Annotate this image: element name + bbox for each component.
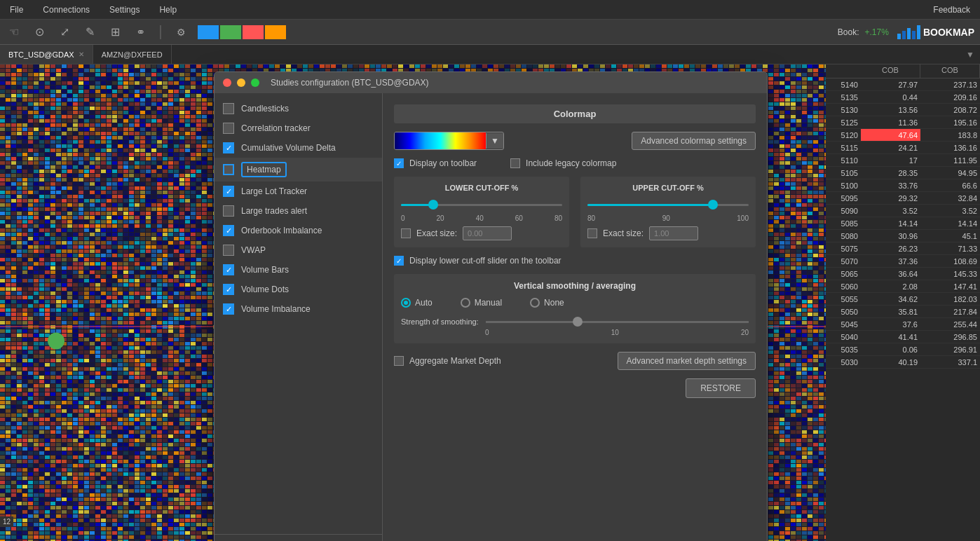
study-item-heatmap[interactable]: Heatmap: [215, 158, 382, 182]
radio-none[interactable]: None: [530, 298, 564, 308]
dialog-maximize-dot[interactable]: [251, 78, 259, 87]
include-legacy-checkbox[interactable]: [510, 158, 520, 168]
study-item-volumeimbalance[interactable]: Volume Imbalance: [215, 299, 382, 319]
include-legacy-row: Include legacy colormap: [510, 158, 616, 168]
studies-items: CandlesticksCorrelation trackerCumulativ…: [215, 99, 382, 534]
menu-settings[interactable]: Settings: [105, 4, 144, 16]
upper-cutoff-labels: 8090100: [587, 214, 749, 222]
study-checkbox-candlesticks[interactable]: [223, 103, 234, 114]
advanced-colormap-button[interactable]: Advanced colormap settings: [632, 132, 756, 150]
study-label-volumeimbalance: Volume Imbalance: [241, 304, 311, 314]
menu-connections[interactable]: Connections: [39, 4, 94, 16]
settings-circle-icon[interactable]: ⚙: [172, 24, 189, 41]
lower-exact-checkbox[interactable]: [401, 228, 411, 238]
aggregate-label: Aggregate Market Depth: [409, 356, 501, 366]
study-label-cumulative: Cumulative Volume Delta: [241, 143, 336, 153]
colormap-row: ▼ Advanced colormap settings: [394, 132, 756, 150]
bookmap-text: BOOKMAP: [923, 27, 974, 38]
study-item-cumulative[interactable]: Cumulative Volume Delta: [215, 138, 382, 158]
colormap-gradient: [395, 132, 486, 149]
upper-exact-input[interactable]: [649, 226, 698, 240]
studies-list: CandlesticksCorrelation trackerCumulativ…: [215, 93, 383, 541]
tag-icon[interactable]: ✎: [81, 24, 98, 41]
config-panel: Colormap ▼ Advanced colormap settings Di…: [383, 93, 767, 541]
dialog-overlay: Studies configuration (BTC_USD@GDAX) Can…: [0, 64, 980, 541]
study-label-heatmap: Heatmap: [241, 162, 287, 177]
link-icon[interactable]: ⚭: [132, 24, 149, 41]
lower-cutoff-slider[interactable]: [401, 198, 562, 212]
study-item-candlesticks[interactable]: Candlesticks: [215, 99, 382, 118]
study-item-orderbook[interactable]: Orderbook Imbalance: [215, 221, 382, 240]
tabs-expand-icon[interactable]: ▼: [960, 47, 980, 62]
tab-amzn-label: AMZN@DXFEED: [102, 50, 163, 59]
share-icon[interactable]: ⤢: [56, 24, 73, 41]
cursor-icon[interactable]: ☜: [6, 24, 22, 41]
clock-icon[interactable]: ⊙: [31, 24, 48, 41]
tab-btc[interactable]: BTC_USD@GDAX ✕: [0, 45, 93, 64]
study-checkbox-volumeimbalance[interactable]: [223, 303, 234, 315]
menu-file[interactable]: File: [6, 4, 27, 16]
display-slider-checkbox[interactable]: [394, 256, 404, 266]
study-label-candlesticks: Candlesticks: [241, 104, 289, 114]
radio-manual-label: Manual: [475, 298, 502, 308]
study-item-volumebars[interactable]: Volume Bars: [215, 260, 382, 280]
study-checkbox-volumedots[interactable]: [223, 284, 234, 295]
color-blocks: [198, 25, 286, 39]
study-item-vwap[interactable]: VWAP: [215, 240, 382, 260]
smoothing-section: Vertical smoothing / averaging Auto Manu…: [394, 274, 756, 343]
radio-auto-btn[interactable]: [401, 298, 411, 308]
study-item-correlation[interactable]: Correlation tracker: [215, 118, 382, 138]
study-checkbox-correlation[interactable]: [223, 123, 234, 134]
advanced-market-button[interactable]: Advanced market depth settings: [618, 352, 756, 370]
tab-btc-label: BTC_USD@GDAX: [8, 50, 74, 59]
dialog-minimize-dot[interactable]: [237, 78, 245, 87]
strength-label: Strength of smoothing:: [401, 317, 479, 326]
table-icon[interactable]: ⊞: [107, 24, 123, 41]
display-toolbar-label: Display on toolbar: [409, 158, 477, 168]
study-item-largetrades[interactable]: Large trades alert: [215, 201, 382, 221]
radio-manual-btn[interactable]: [461, 298, 470, 308]
study-checkbox-vwap[interactable]: [223, 245, 234, 256]
upper-cutoff-panel: UPPER CUT-OFF % 8090100 E: [580, 177, 756, 247]
upper-exact-label: Exact size:: [603, 228, 644, 238]
bottom-row: Aggregate Market Depth Advanced market d…: [394, 352, 756, 370]
cutoff-section: LOWER CUT-OFF % 020406080: [394, 177, 756, 247]
restore-button[interactable]: RESTORE: [686, 378, 756, 398]
upper-cutoff-slider[interactable]: [587, 198, 749, 212]
lower-cutoff-panel: LOWER CUT-OFF % 020406080: [394, 177, 569, 247]
restore-area: RESTORE: [394, 378, 756, 398]
colormap-dropdown-arrow[interactable]: ▼: [486, 133, 503, 149]
study-checkbox-cumulative[interactable]: [223, 142, 234, 153]
display-toolbar-row: Display on toolbar Include legacy colorm…: [394, 158, 756, 168]
radio-auto[interactable]: Auto: [401, 298, 433, 308]
study-checkbox-largelot[interactable]: [223, 186, 234, 197]
study-label-correlation: Correlation tracker: [241, 123, 311, 133]
radio-none-btn[interactable]: [530, 298, 540, 308]
study-item-volumedots[interactable]: Volume Dots: [215, 280, 382, 299]
study-checkbox-largetrades[interactable]: [223, 205, 234, 217]
radio-manual[interactable]: Manual: [461, 298, 502, 308]
dialog-close-dot[interactable]: [223, 78, 231, 87]
study-checkbox-heatmap[interactable]: [223, 164, 234, 175]
colormap-section-title: Colormap: [394, 104, 756, 123]
tab-btc-close[interactable]: ✕: [79, 50, 84, 58]
study-label-vwap: VWAP: [241, 245, 266, 255]
lower-exact-input[interactable]: [463, 226, 512, 240]
display-toolbar-checkbox[interactable]: [394, 158, 404, 168]
study-checkbox-orderbook[interactable]: [223, 225, 234, 236]
study-checkbox-volumebars[interactable]: [223, 264, 234, 275]
upper-exact-checkbox[interactable]: [587, 228, 597, 238]
upper-cutoff-title: UPPER CUT-OFF %: [587, 184, 749, 192]
colormap-selector[interactable]: ▼: [394, 132, 504, 150]
study-label-volumebars: Volume Bars: [241, 265, 289, 275]
study-item-largelot[interactable]: Large Lot Tracker: [215, 182, 382, 201]
strength-slider[interactable]: [486, 315, 749, 329]
menu-feedback[interactable]: Feedback: [929, 4, 974, 16]
smoothing-radio-row: Auto Manual None: [401, 298, 749, 308]
radio-auto-label: Auto: [415, 298, 433, 308]
tab-amzn[interactable]: AMZN@DXFEED: [93, 45, 172, 64]
close-btn-area: CLOSE: [215, 534, 382, 541]
aggregate-checkbox[interactable]: [394, 356, 404, 366]
menu-help[interactable]: Help: [155, 4, 181, 16]
display-slider-row: Display lower cut-off slider on the tool…: [394, 256, 756, 266]
